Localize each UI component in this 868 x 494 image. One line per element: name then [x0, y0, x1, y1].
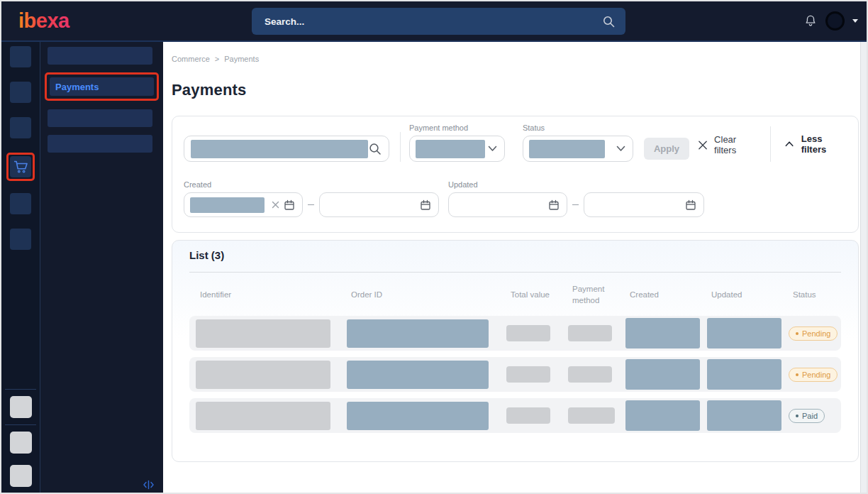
clear-x-icon — [698, 140, 708, 150]
bottom-nav-placeholder-1[interactable] — [10, 396, 32, 418]
global-search-input[interactable]: Search... — [252, 8, 625, 35]
payment-method-placeholder — [568, 325, 612, 341]
breadcrumb-commerce[interactable]: Commerce — [172, 55, 210, 63]
divider — [5, 424, 36, 425]
identifier-placeholder — [196, 361, 330, 389]
column-total-value: Total value — [506, 290, 568, 301]
created-from-input[interactable] — [184, 192, 303, 217]
clear-date-button[interactable] — [272, 201, 279, 209]
updated-placeholder — [707, 359, 781, 390]
list-title: List (3) — [189, 248, 841, 272]
sidebar-item-placeholder-2[interactable] — [48, 109, 152, 127]
collapse-expand-icon — [143, 480, 155, 490]
sidebar-item-placeholder-1[interactable] — [48, 47, 152, 65]
column-payment-method: Payment method — [568, 284, 625, 306]
nav-item-placeholder-3[interactable] — [10, 117, 31, 138]
updated-to-input[interactable] — [584, 192, 704, 217]
nav-item-placeholder-5[interactable] — [10, 229, 31, 250]
filter-search-input[interactable] — [184, 136, 389, 162]
account-menu-caret-icon[interactable] — [852, 19, 858, 23]
calendar-icon[interactable] — [284, 199, 295, 211]
payment-method-label: Payment method — [409, 124, 505, 132]
status-badge-label: Pending — [802, 329, 830, 338]
created-placeholder — [625, 359, 700, 390]
table-row[interactable]: Paid — [189, 398, 841, 433]
status-dot — [796, 415, 799, 417]
order-id-placeholder — [347, 319, 489, 348]
updated-label: Updated — [448, 180, 704, 189]
created-placeholder — [625, 318, 700, 348]
nav-item-commerce[interactable] — [10, 156, 31, 177]
total-value-placeholder — [506, 366, 550, 383]
nav-item-placeholder-2[interactable] — [10, 82, 31, 103]
search-icon — [602, 15, 616, 28]
table-row[interactable]: Pending — [189, 357, 841, 392]
date-range-dash — [308, 204, 314, 205]
secondary-sidebar: Payments — [40, 42, 163, 493]
chevron-up-icon — [785, 141, 794, 147]
payment-method-filter: Payment method — [409, 124, 505, 162]
total-value-placeholder — [506, 407, 550, 424]
nav-item-placeholder-1[interactable] — [10, 46, 31, 67]
user-avatar[interactable] — [825, 11, 845, 31]
apply-button[interactable]: Apply — [644, 138, 689, 160]
filters-panel: Payment method Status — [172, 116, 859, 233]
divider — [770, 126, 771, 162]
status-dot — [796, 373, 799, 376]
created-to-input[interactable] — [319, 192, 439, 217]
calendar-icon[interactable] — [685, 199, 696, 211]
status-select[interactable] — [523, 136, 633, 162]
logo-text: ibexa — [18, 10, 70, 32]
table-header: Identifier Order ID Total value Payment … — [189, 273, 841, 316]
search-placeholder: Search... — [265, 16, 304, 27]
created-label: Created — [184, 180, 439, 189]
topbar-actions — [803, 11, 858, 31]
payments-list-panel: List (3) Identifier Order ID Total value… — [172, 240, 859, 462]
column-created: Created — [625, 290, 707, 301]
sidebar-item-payments[interactable]: Payments — [50, 77, 154, 96]
breadcrumb-separator: > — [215, 55, 219, 63]
sidebar-item-label: Payments — [55, 82, 99, 92]
nav-item-placeholder-4[interactable] — [10, 193, 31, 214]
updated-from-input[interactable] — [448, 192, 567, 217]
calendar-icon[interactable] — [548, 199, 560, 211]
payment-method-select[interactable] — [409, 136, 505, 162]
active-sidebar-highlight: Payments — [45, 72, 159, 101]
created-date-filter: Created — [184, 180, 439, 217]
divider — [400, 132, 401, 162]
brand-logo[interactable]: ibexa — [18, 10, 87, 33]
updated-placeholder — [707, 400, 781, 431]
order-id-placeholder — [347, 361, 489, 389]
notifications-bell-icon[interactable] — [803, 13, 818, 28]
status-badge-label: Pending — [802, 370, 830, 379]
clear-x-icon — [272, 201, 279, 209]
created-placeholder — [625, 400, 700, 431]
identifier-placeholder — [196, 319, 330, 348]
breadcrumb-payments: Payments — [224, 55, 259, 63]
column-status: Status — [789, 290, 841, 301]
bottom-nav-placeholder-2[interactable] — [10, 432, 32, 454]
page-scrollbar[interactable] — [860, 42, 867, 493]
chevron-down-icon — [616, 146, 625, 152]
table-row[interactable]: Pending — [189, 316, 841, 351]
status-badge: Pending — [789, 368, 838, 382]
column-identifier: Identifier — [196, 290, 347, 301]
page-title: Payments — [172, 81, 859, 99]
search-icon — [368, 142, 382, 156]
clear-filters-label: Clear filters — [714, 134, 758, 155]
calendar-icon[interactable] — [420, 199, 431, 211]
updated-placeholder — [707, 318, 781, 348]
active-nav-highlight — [6, 153, 35, 181]
sidebar-item-placeholder-3[interactable] — [48, 135, 152, 153]
chevron-down-icon — [488, 146, 497, 152]
status-label: Status — [523, 124, 633, 132]
status-badge: Paid — [789, 409, 825, 423]
status-filter: Status — [523, 124, 633, 162]
shopping-cart-icon — [12, 158, 29, 175]
total-value-placeholder — [506, 325, 550, 341]
sidebar-resize-handle[interactable] — [143, 480, 155, 490]
clear-filters-button[interactable]: Clear filters — [698, 134, 758, 155]
date-value-placeholder — [190, 197, 265, 213]
less-filters-toggle[interactable]: Less filters — [785, 133, 847, 155]
bottom-nav-placeholder-3[interactable] — [10, 465, 32, 487]
